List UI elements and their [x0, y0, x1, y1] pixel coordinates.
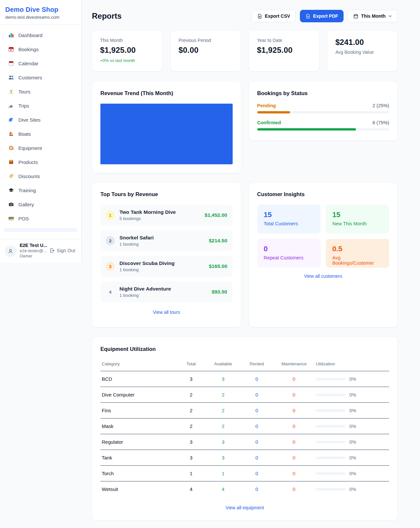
stat-card-previous-period: Previous Period $0.00	[170, 30, 241, 71]
rank-badge: 2	[106, 236, 115, 245]
sidebar-nav: Dashboard 17 Bookings Calendar Customers…	[0, 25, 81, 239]
cell-total: 2	[176, 387, 206, 403]
sidebar-item-discounts[interactable]: Discounts	[4, 170, 77, 183]
status-label: Pending	[257, 103, 276, 108]
revenue-trend-title: Revenue Trend (This Month)	[100, 90, 233, 96]
tour-name: Discover Scuba Diving	[119, 260, 204, 266]
cell-rented: 0	[240, 371, 274, 387]
sailboat-icon	[8, 131, 14, 137]
cell-rented: 0	[240, 434, 274, 450]
cell-maintenance: 0	[273, 403, 315, 418]
user-email: e2e-tester@...	[20, 248, 47, 253]
tour-row: 2 Snorkel Safari 1 booking $214.50	[100, 230, 233, 251]
cell-total: 3	[176, 450, 206, 466]
tour-bookings: 1 booking	[119, 267, 204, 272]
person-icon	[8, 248, 13, 254]
cell-rented: 0	[240, 418, 274, 434]
export-pdf-button[interactable]: Export PDF	[300, 10, 344, 22]
sidebar-user-footer: E2E Test U... e2e-tester@... Sign Out Ow…	[0, 239, 81, 262]
graduation-cap-icon	[8, 187, 14, 193]
cell-category: Mask	[100, 418, 176, 434]
rank-badge: 4	[106, 287, 115, 296]
view-all-customers-link[interactable]: View all customers	[257, 274, 389, 279]
cell-rented: 0	[240, 466, 274, 481]
sidebar-item-label: Dive Sites	[18, 117, 41, 123]
status-row-pending: Pending 2 (25%)	[257, 103, 389, 113]
cell-utilization: 0%	[315, 387, 389, 403]
sidebar-item-equipment[interactable]: Equipment	[4, 141, 77, 154]
view-all-equipment-link[interactable]: View all equipment	[100, 505, 389, 510]
sidebar-item-boats[interactable]: Boats	[4, 127, 77, 140]
cell-utilization: 0%	[315, 371, 389, 387]
tour-row: 3 Discover Scuba Diving 1 booking $165.0…	[100, 256, 233, 277]
table-row: BCD 3 3 0 0 0%	[100, 371, 389, 387]
cell-maintenance: 0	[273, 387, 315, 403]
dive-mask-icon	[8, 145, 14, 151]
table-row: Dive Computer 2 2 0 0 0%	[100, 387, 389, 403]
cell-category: Wetsuit	[100, 481, 176, 497]
table-row: Fins 2 2 0 0 0%	[100, 403, 389, 418]
sidebar-item-gallery[interactable]: Gallery	[4, 198, 77, 211]
credit-card-icon	[8, 215, 14, 222]
wave-icon	[8, 116, 14, 123]
table-row: Mask 2 2 0 0 0%	[100, 418, 389, 434]
tour-name: Night Dive Adventure	[119, 286, 207, 292]
sidebar-item-dive-sites[interactable]: Dive Sites	[4, 113, 77, 126]
export-csv-button[interactable]: Export CSV	[252, 10, 296, 22]
bookings-by-status-title: Bookings by Status	[257, 90, 389, 96]
table-row: Regulator 3 3 0 0 0%	[100, 434, 389, 450]
cell-category: Regulator	[100, 434, 176, 450]
stat-label: Year to Date	[257, 38, 311, 43]
sidebar-item-customers[interactable]: Customers	[4, 71, 77, 84]
sidebar-item-label: POS	[18, 216, 29, 221]
cell-category: BCD	[100, 371, 176, 387]
cell-utilization: 0%	[315, 434, 389, 450]
sign-out-button[interactable]: Sign Out	[50, 248, 75, 253]
column-header-utilization: Utilization	[315, 359, 389, 371]
cell-rented: 0	[240, 403, 274, 418]
period-dropdown[interactable]: This Month	[348, 10, 398, 22]
cell-maintenance: 0	[273, 418, 315, 434]
tour-row: 1 Two Tank Morning Dive 5 bookings $1,45…	[100, 205, 233, 226]
revenue-trend-card: Revenue Trend (This Month)	[92, 81, 241, 173]
tag-icon	[8, 173, 14, 179]
insight-value: 0	[264, 245, 314, 253]
cell-total: 1	[176, 466, 206, 481]
page-title: Reports	[92, 11, 122, 21]
main-content: Reports Export CSV Export PDF This Month	[82, 0, 420, 520]
sidebar-item-bookings[interactable]: 17 Bookings	[4, 43, 77, 56]
calendar-icon	[353, 14, 358, 19]
insight-label: Repeat Customers	[264, 255, 314, 260]
sidebar-item-trips[interactable]: Trips	[4, 99, 77, 112]
sidebar-item-tours[interactable]: Tours	[4, 85, 77, 98]
utilization-bar-track	[316, 441, 346, 443]
top-tours-card: Top Tours by Revenue 1 Two Tank Morning …	[92, 182, 241, 327]
sidebar-item-dashboard[interactable]: Dashboard	[4, 29, 77, 42]
calendar-pad-icon	[8, 60, 14, 67]
stat-card-year-to-date: Year to Date $1,925.00	[249, 30, 319, 71]
cell-available: 2	[206, 403, 240, 418]
calendar-date-icon: 17	[8, 46, 14, 52]
cell-available: 2	[206, 387, 240, 403]
insight-label: Avg Bookings/Customer	[332, 255, 383, 266]
sidebar-item-products[interactable]: Products	[4, 155, 77, 169]
speedboat-icon	[8, 102, 14, 109]
table-row: Wetsuit 4 4 0 0 0%	[100, 481, 389, 497]
cell-total: 4	[176, 481, 206, 497]
stat-delta: +0% vs last month	[100, 58, 154, 63]
sidebar-item-label: Discounts	[18, 173, 40, 179]
cell-maintenance: 0	[273, 450, 315, 466]
status-bar-fill	[257, 128, 356, 131]
tour-bookings: 5 bookings	[119, 216, 200, 221]
insight-value: 15	[264, 211, 314, 219]
sidebar-item-calendar[interactable]: Calendar	[4, 57, 77, 70]
revenue-trend-chart	[100, 104, 233, 164]
tour-bookings: 1 booking	[119, 293, 207, 298]
sidebar-item-training[interactable]: Training	[4, 184, 77, 197]
shop-name: Demo Dive Shop	[5, 6, 76, 13]
sidebar-item-pos[interactable]: POS	[4, 212, 77, 225]
sidebar-item-reports-active-partial[interactable]	[4, 228, 77, 232]
status-count: 6 (75%)	[372, 120, 389, 125]
view-all-tours-link[interactable]: View all tours	[100, 310, 233, 315]
sidebar-item-label: Training	[18, 188, 36, 193]
